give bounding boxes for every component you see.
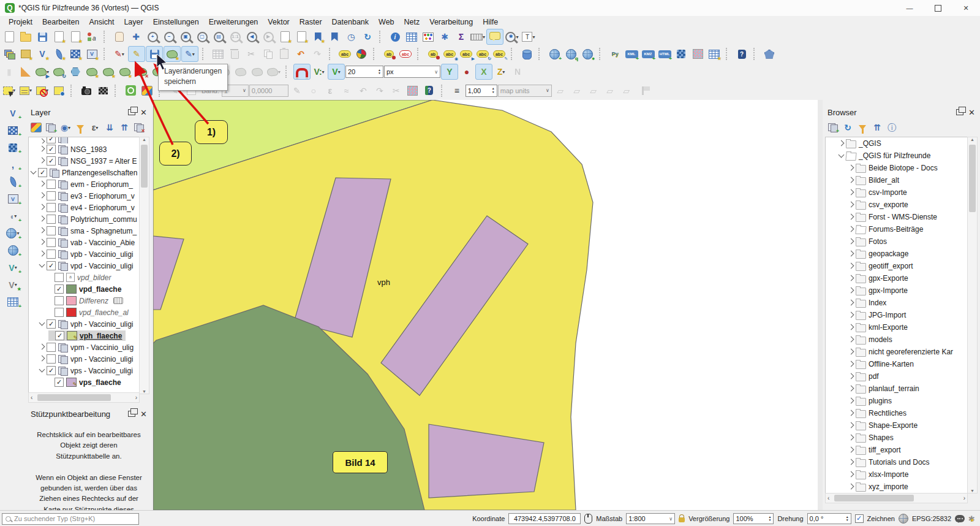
text-annotation[interactable]: T▾: [521, 29, 537, 44]
browser-item-forums-beitr-ge[interactable]: Forums-Beiträge: [826, 223, 967, 235]
zoom-full-extent[interactable]: ▣: [178, 29, 194, 44]
flag-tool[interactable]: [635, 83, 651, 98]
layer-item-nsg-1937-alter-e[interactable]: ✓NSG_1937 = Alter E: [29, 155, 139, 167]
maximize-button[interactable]: [924, 0, 952, 16]
zoom-out[interactable]: −: [161, 29, 177, 44]
expander-icon[interactable]: [39, 216, 45, 222]
map-tips[interactable]: [486, 29, 503, 45]
avoid-overlap[interactable]: Z▾: [493, 64, 509, 79]
zoom-last[interactable]: ◀: [244, 29, 260, 44]
html-export[interactable]: HTML+: [657, 47, 673, 61]
messages-icon[interactable]: [955, 515, 965, 522]
browser-item-xyz-importe[interactable]: xyz_importe: [826, 481, 967, 493]
tracing[interactable]: N: [510, 64, 526, 79]
layer-checkbox[interactable]: [55, 308, 64, 317]
serval-draw[interactable]: ✎: [289, 83, 305, 98]
add-mesh-layer[interactable]: +: [4, 140, 22, 154]
expander-icon[interactable]: [39, 262, 45, 268]
expand-all[interactable]: ⇊: [103, 121, 116, 134]
python-console[interactable]: Py: [607, 47, 623, 61]
layer-checkbox[interactable]: [47, 250, 56, 259]
expander-icon[interactable]: [848, 434, 854, 440]
menu-datenbank[interactable]: Datenbank: [327, 18, 374, 26]
layer-item-vpd-vaccinio-uligi[interactable]: ✓vpd - Vaccinio_uligi: [29, 260, 139, 272]
collapse-all-browser[interactable]: ⇈: [870, 121, 884, 134]
pin-unpin-labels[interactable]: ab: [425, 47, 441, 61]
layer-item-vab-vaccinio-abie[interactable]: vab - Vaccinio_Abie: [29, 237, 139, 248]
rotate-label[interactable]: abc↻: [475, 47, 491, 61]
close-button[interactable]: ✕: [952, 0, 980, 16]
layer-checkbox[interactable]: [47, 180, 56, 189]
expander-icon[interactable]: [848, 287, 854, 293]
scale-combobox[interactable]: 1:800∨: [626, 513, 675, 524]
close-panel-icon[interactable]: ✕: [140, 410, 147, 418]
browser-item-fotos[interactable]: Fotos: [826, 235, 967, 248]
kml-export[interactable]: KML+: [624, 47, 639, 61]
close-panel-icon[interactable]: ✕: [968, 109, 975, 116]
spatial-bookmarks[interactable]: ★: [310, 29, 326, 44]
status-misc-icon[interactable]: ✱★: [968, 515, 975, 523]
mask-tool-1[interactable]: ▱: [552, 83, 568, 98]
statistical-summary[interactable]: [420, 29, 436, 44]
float-panel-icon[interactable]: [128, 411, 135, 417]
browser-item-xlsx-importe[interactable]: xlsx-Importe: [826, 468, 967, 481]
expander-icon[interactable]: [48, 299, 52, 302]
zoom-native[interactable]: 1:1: [227, 29, 243, 44]
add-wfs-layer[interactable]: +: [4, 243, 22, 257]
raster-pixel-select[interactable]: [95, 83, 111, 98]
layer-checkbox[interactable]: ✓: [47, 366, 56, 375]
move-label[interactable]: abc▶: [458, 47, 474, 61]
cad-tools[interactable]: [18, 64, 34, 79]
browser-item-models[interactable]: models: [826, 334, 967, 346]
pan-map[interactable]: [111, 29, 127, 44]
data-source-manager[interactable]: [1, 47, 17, 61]
rotate-feature[interactable]: ↻: [51, 64, 67, 79]
metasearch[interactable]: ●: [579, 47, 595, 61]
redo[interactable]: ↷: [309, 47, 325, 61]
zoom-in[interactable]: +: [145, 29, 160, 44]
layer-checkbox[interactable]: ✓: [47, 145, 56, 154]
expander-icon[interactable]: [39, 251, 45, 257]
rotation-spinbox[interactable]: 0,0 °▲▼: [807, 513, 851, 524]
expander-icon[interactable]: [848, 397, 854, 403]
add-vector-layer[interactable]: V+: [4, 106, 22, 120]
layer-checkbox[interactable]: [47, 215, 56, 224]
raster-value-field[interactable]: 0,0000: [249, 85, 288, 97]
browser-item-forst-wms-dienste[interactable]: Forst - WMS-Dienste: [826, 211, 967, 223]
layer-checkbox[interactable]: ✓: [55, 284, 64, 294]
layer-tree-hscrollbar[interactable]: ‹›: [28, 392, 140, 403]
expander-icon[interactable]: [848, 483, 854, 489]
simplify-feature[interactable]: [67, 64, 83, 79]
bookmark-editor[interactable]: [326, 29, 342, 44]
line-width[interactable]: 1,00▲▼: [466, 85, 497, 97]
layer-checkbox[interactable]: [47, 191, 56, 200]
serval-help[interactable]: ?: [421, 83, 437, 98]
move-feature[interactable]: ▶▾: [34, 64, 50, 79]
mesh-calculator[interactable]: [405, 83, 421, 98]
layer-item-sma-sphagnetum-[interactable]: sma - Sphagnetum_: [29, 225, 139, 237]
menu-verarbeitung[interactable]: Verarbeitung: [424, 18, 478, 26]
geometry-checker[interactable]: [761, 47, 777, 61]
layer-item-pflanzengesellschaften[interactable]: ✓Pflanzengesellschaften: [29, 167, 139, 178]
coordinate-field[interactable]: 473942.4,5397708.0: [508, 513, 581, 524]
expander-icon[interactable]: [848, 336, 854, 342]
show-sum[interactable]: Σ: [453, 29, 469, 44]
layer-checkbox[interactable]: [47, 203, 56, 212]
fill-ring[interactable]: ★: [117, 64, 133, 79]
open-project[interactable]: [18, 29, 34, 44]
mask-tool-4[interactable]: ▱: [602, 83, 618, 98]
expander-icon[interactable]: [848, 324, 854, 330]
toggle-editing[interactable]: ✎: [128, 46, 145, 62]
serval-cut[interactable]: ✂: [388, 83, 404, 98]
filter-browser[interactable]: [856, 121, 869, 134]
expander-icon[interactable]: [839, 151, 845, 158]
expander-icon[interactable]: [848, 275, 854, 281]
expander-icon[interactable]: [848, 422, 854, 428]
layer-checkbox[interactable]: ✓: [47, 137, 56, 143]
layer-checkbox[interactable]: [55, 273, 64, 282]
snap-to-vertex[interactable]: V▾: [328, 64, 345, 80]
browser-item-tiff-export[interactable]: tiff_export: [826, 444, 967, 456]
open-attribute-table[interactable]: [404, 29, 420, 44]
undo[interactable]: ↶: [293, 47, 309, 61]
data-grid-plugin[interactable]: ★: [706, 47, 722, 61]
